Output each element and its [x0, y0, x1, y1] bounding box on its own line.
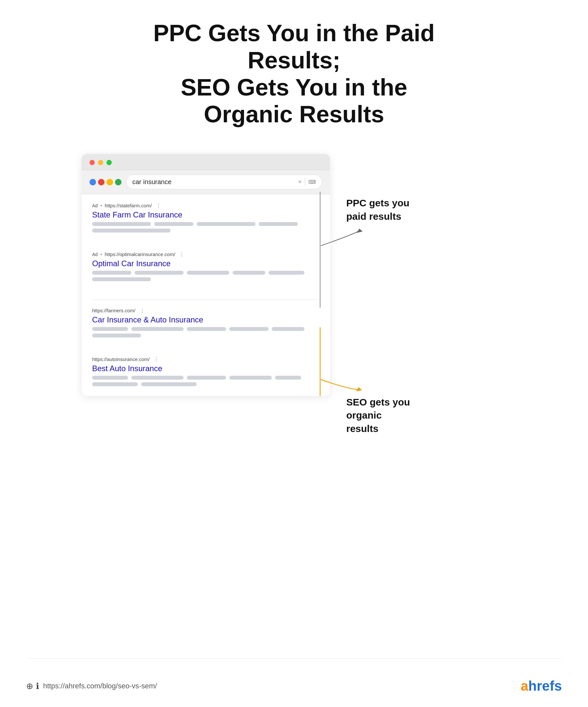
search-result-4: https://autoinsurance.com/ ⋮ Best Auto I…	[92, 356, 320, 386]
result-3-url: https://farmers.com/	[92, 308, 136, 313]
result-2-title[interactable]: Optimal Car Insurance	[92, 259, 320, 268]
ad-badge-1: Ad	[92, 203, 98, 208]
result-2-snippet	[92, 271, 320, 281]
result-2-meta: Ad • https://optimalcarinsurance.com/ ⋮	[92, 251, 320, 258]
search-result-1: Ad • https://statefarm.com/ ⋮ State Farm…	[92, 202, 320, 242]
google-dot-red	[98, 179, 105, 186]
result-4-url: https://autoinsurance.com/	[92, 357, 150, 362]
seo-annotation-text: SEO gets you organic results	[346, 396, 410, 436]
google-logo	[89, 179, 121, 186]
google-dot-yellow	[107, 179, 113, 186]
result-4-snippet	[92, 376, 320, 386]
footer-left: ⊕ ℹ https://ahrefs.com/blog/seo-vs-sem/	[26, 681, 157, 691]
results-divider	[92, 300, 320, 300]
result-1-meta: Ad • https://statefarm.com/ ⋮	[92, 202, 320, 209]
search-query-text: car insurance	[132, 178, 295, 186]
keyboard-icon: ⌨	[308, 179, 316, 185]
browser-titlebar	[82, 154, 330, 170]
ad-badge-2: Ad	[92, 252, 98, 257]
result-4-title[interactable]: Best Auto Insurance	[92, 364, 320, 373]
search-clear-icon[interactable]: ×	[298, 178, 301, 186]
ppc-annotation: PPC gets you paid results	[346, 197, 506, 223]
close-button-icon[interactable]	[89, 160, 95, 165]
search-input[interactable]: car insurance × ⌨	[126, 175, 322, 189]
ahrefs-logo: ahrefs	[521, 678, 562, 694]
footer-url: https://ahrefs.com/blog/seo-vs-sem/	[43, 682, 157, 690]
result-1-title[interactable]: State Farm Car Insurance	[92, 210, 320, 220]
search-results: Ad • https://statefarm.com/ ⋮ State Farm…	[82, 194, 330, 396]
result-4-meta: https://autoinsurance.com/ ⋮	[92, 356, 320, 363]
ahrefs-brand-blue: hrefs	[528, 678, 562, 694]
search-bar: car insurance × ⌨	[82, 170, 330, 194]
browser-mockup: car insurance × ⌨ Ad • https://statefarm…	[82, 154, 330, 396]
search-result-2: Ad • https://optimalcarinsurance.com/ ⋮ …	[92, 251, 320, 291]
result-2-url: https://optimalcarinsurance.com/	[105, 251, 175, 257]
result-1-options-icon[interactable]: ⋮	[156, 202, 161, 209]
result-1-url: https://statefarm.com/	[105, 203, 152, 208]
ahrefs-brand-orange: a	[521, 678, 528, 694]
result-3-options-icon[interactable]: ⋮	[140, 307, 145, 314]
footer: ⊕ ℹ https://ahrefs.com/blog/seo-vs-sem/ …	[26, 658, 562, 694]
search-result-3: https://farmers.com/ ⋮ Car Insurance & A…	[92, 307, 320, 347]
result-3-snippet	[92, 327, 320, 337]
search-divider	[305, 178, 305, 186]
ppc-annotation-text: PPC gets you paid results	[346, 197, 409, 223]
google-dot-blue	[89, 179, 96, 186]
info-icon: ℹ	[36, 681, 39, 691]
result-1-snippet	[92, 222, 320, 233]
minimize-button-icon[interactable]	[98, 160, 103, 165]
creative-commons-icon: ⊕	[26, 681, 33, 691]
result-3-title[interactable]: Car Insurance & Auto Insurance	[92, 315, 320, 325]
google-dot-green	[115, 179, 121, 186]
maximize-button-icon[interactable]	[107, 160, 112, 165]
annotations-panel: PPC gets you paid results SEO gets you o…	[330, 154, 506, 435]
result-2-options-icon[interactable]: ⋮	[179, 251, 185, 258]
footer-icons: ⊕ ℹ	[26, 681, 39, 691]
result-4-options-icon[interactable]: ⋮	[153, 356, 159, 363]
result-3-meta: https://farmers.com/ ⋮	[92, 307, 320, 314]
page-title: PPC Gets You in the Paid Results; SEO Ge…	[114, 20, 474, 128]
seo-annotation: SEO gets you organic results	[346, 330, 506, 436]
